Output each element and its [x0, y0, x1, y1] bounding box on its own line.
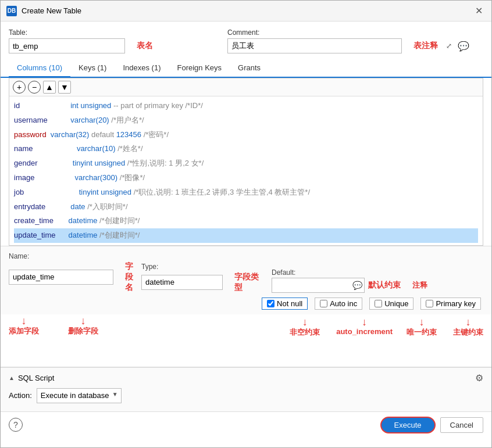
- comment-input[interactable]: [227, 38, 402, 53]
- comment-label: Comment:: [227, 28, 483, 37]
- add-field-annotation: ↓ 添加字段: [9, 316, 39, 336]
- sql-section: ▲ SQL Script ⚙ Action: Execute in databa…: [1, 367, 491, 411]
- dialog-footer: ? Execute Cancel: [1, 411, 491, 438]
- close-button[interactable]: ✕: [472, 4, 486, 18]
- table-annotation: 表名: [137, 41, 153, 51]
- right-annotations: ↓ 非空约束 ↓ auto_increment ↓ 唯一约束 ↓ 主键约束: [290, 317, 483, 338]
- field-form-row1: Name: 字段名 Type: 字段类型 Default: 💬: [9, 252, 483, 293]
- help-button[interactable]: ?: [9, 418, 23, 432]
- tab-indexes[interactable]: Indexes (1): [115, 59, 169, 78]
- table-row[interactable]: id int unsigned -- part of primary key /…: [14, 99, 478, 113]
- action-row: Action: Execute in database Show SQL Sav…: [9, 388, 483, 403]
- annotation-row: ↓ 添加字段 ↓ 删除字段 ↓ 非空约束 ↓ auto_increment: [9, 316, 483, 338]
- table-label: Table:: [9, 28, 218, 37]
- unique-text: 唯一约束: [407, 327, 437, 338]
- tab-columns[interactable]: Columns (10): [9, 59, 70, 78]
- name-field-group: Name: 字段名: [9, 252, 133, 293]
- primary-key-label: Primary key: [436, 299, 476, 308]
- default-field-group: Default: 💬 默认约束 注释: [272, 268, 483, 293]
- checkboxes-row: Not null Auto inc Unique Primary key: [9, 298, 483, 310]
- sql-title-row: ▲ SQL Script: [9, 374, 54, 382]
- columns-area: + − ▲ ▼ id int unsigned -- part of prima…: [9, 78, 483, 246]
- create-table-dialog: DB Create New Table ✕ Table: 表名 Comment:…: [0, 0, 492, 448]
- non-null-annotation: ↓ 非空约束: [290, 317, 320, 338]
- name-field-label: Name:: [9, 252, 133, 260]
- execute-button[interactable]: Execute: [380, 417, 436, 433]
- field-name-input[interactable]: [9, 270, 113, 285]
- footer-right: Execute Cancel: [380, 417, 483, 433]
- not-null-checkbox-item[interactable]: Not null: [262, 298, 308, 310]
- field-default-input[interactable]: [272, 278, 365, 293]
- gear-icon[interactable]: ⚙: [475, 372, 483, 384]
- unique-annotation: ↓ 唯一约束: [407, 317, 437, 338]
- delete-field-text: 删除字段: [68, 326, 98, 336]
- table-row[interactable]: gender tinyint unsigned /*性别,说明: 1 男,2 女…: [14, 156, 478, 171]
- primary-key-annotation: ↓ 主键约束: [453, 317, 483, 338]
- field-type-input[interactable]: [141, 275, 223, 290]
- columns-list: id int unsigned -- part of primary key /…: [9, 96, 483, 245]
- table-row[interactable]: update_time datetime /*创建时间*/: [14, 228, 478, 243]
- app-icon: DB: [6, 6, 17, 16]
- table-name-group: Table: 表名: [9, 28, 218, 53]
- type-field-group: Type: 字段类型: [141, 263, 263, 293]
- auto-inc-checkbox[interactable]: [320, 300, 327, 307]
- tab-foreign-keys[interactable]: Foreign Keys: [169, 59, 230, 78]
- action-select[interactable]: Execute in database Show SQL Save to fil…: [37, 388, 122, 403]
- tabs-bar: Columns (10) Keys (1) Indexes (1) Foreig…: [1, 59, 491, 78]
- field-form: Name: 字段名 Type: 字段类型 Default: 💬: [1, 246, 491, 314]
- auto-inc-label: Auto inc: [330, 299, 357, 308]
- primary-key-checkbox[interactable]: [426, 300, 433, 307]
- unique-checkbox-item[interactable]: Unique: [369, 298, 413, 310]
- table-row[interactable]: create_time datetime /*创建时间*/: [14, 214, 478, 228]
- tab-keys[interactable]: Keys (1): [70, 59, 115, 78]
- primary-key-text: 主键约束: [453, 327, 483, 338]
- action-select-wrap: Execute in database Show SQL Save to fil…: [37, 388, 122, 403]
- tab-grants[interactable]: Grants: [230, 59, 269, 78]
- delete-field-annotation: ↓ 删除字段: [68, 316, 98, 336]
- form-area: Table: 表名 Comment: 表注释 ⤢ 💬: [1, 21, 491, 53]
- remove-column-button[interactable]: −: [28, 81, 41, 94]
- action-label: Action:: [9, 391, 32, 400]
- auto-increment-text: auto_increment: [336, 327, 393, 336]
- form-row-1: Table: 表名 Comment: 表注释 ⤢ 💬: [9, 28, 483, 53]
- field-type-annotation: 字段类型: [234, 272, 263, 293]
- table-row[interactable]: name varchar(10) /*姓名*/: [14, 142, 478, 156]
- sql-header: ▲ SQL Script ⚙: [9, 372, 483, 384]
- default-field-label: Default:: [272, 268, 483, 277]
- field-default-annotation: 默认约束: [368, 280, 401, 291]
- auto-inc-checkbox-item[interactable]: Auto inc: [315, 298, 362, 310]
- title-bar-left: DB Create New Table: [6, 6, 81, 16]
- col-toolbar: + − ▲ ▼: [9, 78, 483, 96]
- non-null-text: 非空约束: [290, 327, 320, 338]
- table-row[interactable]: username varchar(20) /*用户名*/: [14, 113, 478, 128]
- move-up-button[interactable]: ▲: [43, 81, 56, 94]
- move-down-button[interactable]: ▼: [58, 81, 71, 94]
- comment-annotation: 表注释: [413, 41, 438, 51]
- note-annotation: 注释: [412, 280, 427, 291]
- table-row[interactable]: password varchar(32) default 123456 /*密码…: [14, 128, 478, 142]
- left-annotations: ↓ 添加字段 ↓ 删除字段: [9, 316, 98, 338]
- table-row[interactable]: job tinyint unsigned /*职位,说明: 1 班主任,2 讲师…: [14, 185, 478, 200]
- table-row[interactable]: image varchar(300) /*图像*/: [14, 171, 478, 185]
- default-comment-icon[interactable]: 💬: [352, 281, 362, 290]
- field-name-annotation: 字段名: [125, 261, 133, 293]
- cancel-button[interactable]: Cancel: [440, 417, 483, 433]
- comment-group: Comment: 表注释 ⤢ 💬: [227, 28, 483, 53]
- expand-icon[interactable]: ⤢: [446, 42, 452, 50]
- table-name-input[interactable]: [9, 38, 125, 53]
- unique-checkbox[interactable]: [375, 300, 382, 307]
- collapse-icon[interactable]: ▲: [9, 375, 15, 381]
- dialog-title: Create New Table: [22, 6, 81, 15]
- annotations-section: ↓ 添加字段 ↓ 删除字段 ↓ 非空约束 ↓ auto_increment: [1, 314, 491, 367]
- add-column-button[interactable]: +: [13, 81, 26, 94]
- add-field-text: 添加字段: [9, 326, 39, 336]
- table-row[interactable]: entrydate date /*入职时间*/: [14, 200, 478, 214]
- auto-increment-annotation: ↓ auto_increment: [336, 317, 393, 336]
- title-bar: DB Create New Table ✕: [1, 1, 491, 21]
- not-null-label: Not null: [277, 299, 302, 308]
- not-null-checkbox[interactable]: [267, 300, 274, 307]
- comment-bubble-icon[interactable]: 💬: [458, 41, 469, 52]
- type-field-label: Type:: [141, 263, 263, 271]
- sql-script-title: SQL Script: [18, 374, 54, 382]
- primary-key-checkbox-item[interactable]: Primary key: [420, 298, 481, 310]
